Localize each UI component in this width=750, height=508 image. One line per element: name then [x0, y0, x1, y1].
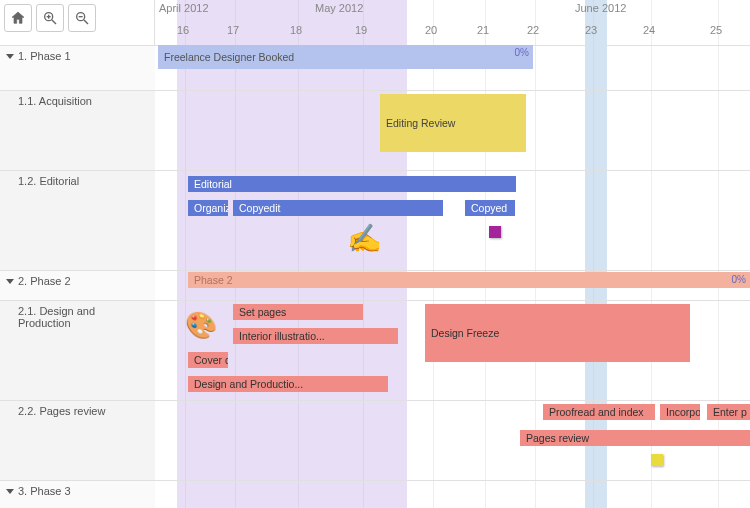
milestone-marker[interactable]: [651, 454, 663, 466]
gantt-bar-label: Editorial: [194, 178, 232, 190]
gantt-bar-label: Phase 2: [194, 274, 233, 286]
gantt-bar-label: Organiz: [194, 202, 228, 214]
month-label: May 2012: [315, 2, 363, 14]
gantt-bar-label: Proofread and index: [549, 406, 644, 418]
gantt-bar-label: Freelance Designer Booked: [164, 51, 294, 63]
row-divider: [155, 400, 750, 401]
gantt-bar[interactable]: Interior illustratio...: [233, 328, 398, 344]
home-button[interactable]: [4, 4, 32, 32]
gantt-bar-label: Enter p: [713, 406, 747, 418]
gantt-bar[interactable]: Phase 20%: [188, 272, 750, 288]
timeline-header: April 2012May 2012June 20121617181920212…: [155, 0, 750, 45]
gantt-bar[interactable]: Organiz: [188, 200, 228, 216]
week-label: 20: [425, 24, 437, 36]
collapse-caret-icon[interactable]: [6, 489, 14, 494]
week-label: 21: [477, 24, 489, 36]
month-label: June 2012: [575, 2, 626, 14]
gantt-bar-label: Set pages: [239, 306, 286, 318]
row-label-acq[interactable]: 1.1. Acquisition: [0, 90, 155, 170]
week-label: 16: [177, 24, 189, 36]
gantt-bar-percent: 0%: [515, 47, 529, 58]
row-divider: [155, 480, 750, 481]
gantt-bar[interactable]: Freelance Designer Booked0%: [158, 45, 533, 69]
gantt-bar-label: Editing Review: [386, 117, 455, 129]
zoom-in-button[interactable]: [36, 4, 64, 32]
gantt-bar[interactable]: Incorpo: [660, 404, 700, 420]
gantt-bar-percent: 0%: [732, 274, 746, 285]
gantt-bar[interactable]: Enter p: [707, 404, 750, 420]
row-label-design[interactable]: 2.1. Design and Production: [0, 300, 155, 400]
row-label-text: 1. Phase 1: [18, 50, 71, 62]
gantt-chart: April 2012May 2012June 20121617181920212…: [0, 0, 750, 508]
month-label: April 2012: [159, 2, 209, 14]
week-label: 25: [710, 24, 722, 36]
row-labels-sidebar: 1. Phase 11.1. Acquisition1.2. Editorial…: [0, 0, 155, 508]
svg-line-5: [84, 20, 88, 24]
svg-line-1: [52, 20, 56, 24]
gantt-bar[interactable]: Editing Review: [380, 94, 526, 152]
row-label-pages[interactable]: 2.2. Pages review: [0, 400, 155, 480]
row-label-phase3[interactable]: 3. Phase 3: [0, 480, 155, 508]
week-label: 22: [527, 24, 539, 36]
gantt-bar[interactable]: Design and Productio...: [188, 376, 388, 392]
row-label-text: 2.1. Design and Production: [18, 305, 149, 329]
row-divider: [155, 170, 750, 171]
row-divider: [155, 270, 750, 271]
row-label-text: 1.1. Acquisition: [18, 95, 92, 107]
row-label-text: 2.2. Pages review: [18, 405, 105, 417]
collapse-caret-icon[interactable]: [6, 54, 14, 59]
gantt-bar[interactable]: Editorial: [188, 176, 516, 192]
gantt-bar-label: Pages review: [526, 432, 589, 444]
row-label-phase2[interactable]: 2. Phase 2: [0, 270, 155, 300]
toolbar: [4, 4, 96, 32]
week-label: 18: [290, 24, 302, 36]
gantt-bar-label: Interior illustratio...: [239, 330, 325, 342]
row-label-text: 2. Phase 2: [18, 275, 71, 287]
row-label-text: 1.2. Editorial: [18, 175, 79, 187]
zoom-out-button[interactable]: [68, 4, 96, 32]
milestone-marker[interactable]: [489, 226, 501, 238]
row-label-edit[interactable]: 1.2. Editorial: [0, 170, 155, 270]
week-label: 23: [585, 24, 597, 36]
week-label: 19: [355, 24, 367, 36]
gantt-bar[interactable]: Proofread and index: [543, 404, 655, 420]
week-label: 24: [643, 24, 655, 36]
zoom-in-icon: [42, 10, 58, 26]
timeline-body[interactable]: Freelance Designer Booked0%Editing Revie…: [155, 45, 750, 508]
gantt-bar[interactable]: Cover d: [188, 352, 228, 368]
week-label: 17: [227, 24, 239, 36]
gantt-bar-label: Cover d: [194, 354, 228, 366]
gantt-bar-label: Design Freeze: [431, 327, 499, 339]
gantt-bar[interactable]: Copyedit: [233, 200, 443, 216]
gantt-bar[interactable]: Pages review: [520, 430, 750, 446]
gantt-bar-label: Copyed: [471, 202, 507, 214]
row-divider: [155, 90, 750, 91]
gantt-bar[interactable]: Design Freeze: [425, 304, 690, 362]
gantt-bar-label: Design and Productio...: [194, 378, 303, 390]
home-icon: [10, 10, 26, 26]
gantt-bar-label: Copyedit: [239, 202, 280, 214]
decorative-emoji-icon: ✍️: [347, 222, 382, 255]
row-divider: [155, 300, 750, 301]
decorative-emoji-icon: 🎨: [185, 310, 217, 341]
zoom-out-icon: [74, 10, 90, 26]
row-label-phase1[interactable]: 1. Phase 1: [0, 45, 155, 90]
gantt-bar[interactable]: Copyed: [465, 200, 515, 216]
collapse-caret-icon[interactable]: [6, 279, 14, 284]
gantt-bar[interactable]: Set pages: [233, 304, 363, 320]
gantt-bar-label: Incorpo: [666, 406, 700, 418]
row-label-text: 3. Phase 3: [18, 485, 71, 497]
